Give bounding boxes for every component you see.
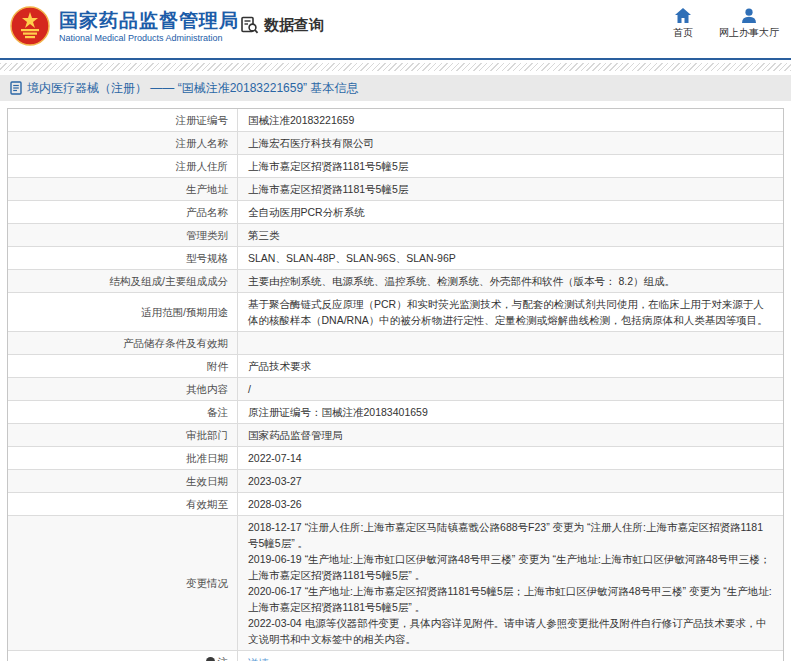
row-label-text: 注册人住所: [176, 159, 229, 174]
row-value: 基于聚合酶链式反应原理（PCR）和实时荧光监测技术，与配套的检测试剂共同使用，在…: [238, 293, 783, 331]
row-value: 全自动医用PCR分析系统: [238, 201, 783, 223]
row-label-text: 注册人名称: [176, 136, 229, 151]
site-header: 国家药品监督管理局 National Medical Products Admi…: [0, 0, 791, 58]
row-value: 原注册证编号：国械注准20183401659: [238, 401, 783, 423]
header-divider: [0, 58, 791, 60]
row-value: 国械注准20183221659: [238, 109, 783, 131]
row-label-text: 注: [218, 655, 229, 661]
row-value-text: 基于聚合酶链式反应原理（PCR）和实时荧光监测技术，与配套的检测试剂共同使用，在…: [248, 296, 773, 328]
agency-title: 国家药品监督管理局: [59, 9, 239, 32]
home-icon: [675, 8, 691, 23]
row-value-text: 国械注准20183221659: [248, 112, 354, 128]
table-row: 附件产品技术要求: [8, 355, 783, 378]
breadcrumb: 境内医疗器械（注册） —— “国械注准20183221659” 基本信息: [0, 75, 791, 101]
table-row: 备注原注册证编号：国械注准20183401659: [8, 401, 783, 424]
row-label: 有效期至: [8, 493, 238, 515]
row-label-text: 注册证编号: [176, 113, 229, 128]
row-label: 注册证编号: [8, 109, 238, 131]
row-value: 上海市嘉定区招贤路1181号5幢5层: [238, 155, 783, 177]
row-label: 产品名称: [8, 201, 238, 223]
row-value-text: /: [248, 381, 251, 397]
row-label-text: 附件: [207, 359, 228, 374]
row-value-text: 上海宏石医疗科技有限公司: [248, 135, 374, 151]
row-value: 产品技术要求: [238, 355, 783, 377]
nav-service-hall[interactable]: 网上办事大厅: [719, 8, 779, 40]
row-label-text: 生效日期: [186, 474, 228, 489]
row-value-text: 2023-03-27: [248, 473, 302, 489]
row-value: 详情: [238, 651, 783, 661]
row-label: 产品储存条件及有效期: [8, 332, 238, 354]
row-value-text: 主要由控制系统、电源系统、温控系统、检测系统、外壳部件和软件（版本号： 8.2）…: [248, 273, 675, 289]
row-value: 国家药品监督管理局: [238, 424, 783, 446]
row-label: 附件: [8, 355, 238, 377]
row-label-text: 产品储存条件及有效期: [123, 336, 228, 351]
row-value: 2022-07-14: [238, 447, 783, 469]
row-value: 2023-03-27: [238, 470, 783, 492]
row-value-text: 上海市嘉定区招贤路1181号5幢5层: [248, 181, 408, 197]
row-label: 注册人住所: [8, 155, 238, 177]
row-value: /: [238, 378, 783, 400]
row-label: 变更情况: [8, 516, 238, 650]
table-row: 生效日期2023-03-27: [8, 470, 783, 493]
row-value: SLAN、SLAN-48P、SLAN-96S、SLAN-96P: [238, 247, 783, 269]
table-row: 有效期至2028-03-26: [8, 493, 783, 516]
table-row: 产品储存条件及有效期: [8, 332, 783, 355]
nav-home[interactable]: 首页: [673, 8, 693, 40]
row-label-text: 适用范围/预期用途: [141, 305, 228, 320]
row-label-text: 型号规格: [186, 251, 228, 266]
brand: 国家药品监督管理局 National Medical Products Admi…: [10, 6, 239, 46]
document-icon: [10, 81, 22, 95]
data-query-icon: [240, 16, 259, 35]
row-label: 生产地址: [8, 178, 238, 200]
nav-service-hall-label: 网上办事大厅: [719, 26, 779, 40]
row-label: 结构及组成/主要组成成分: [8, 270, 238, 292]
row-value: 上海市嘉定区招贤路1181号5幢5层: [238, 178, 783, 200]
nav-home-label: 首页: [673, 26, 693, 40]
row-value-text: SLAN、SLAN-48P、SLAN-96S、SLAN-96P: [248, 250, 456, 266]
row-value-text: 全自动医用PCR分析系统: [248, 204, 365, 220]
row-value: 2018-12-17 “注册人住所:上海市嘉定区马陆镇嘉戬公路688号F23” …: [238, 516, 783, 650]
table-row: 注册证编号国械注准20183221659: [8, 109, 783, 132]
table-row: 管理类别第三类: [8, 224, 783, 247]
row-label: 批准日期: [8, 447, 238, 469]
row-value-text: 上海市嘉定区招贤路1181号5幢5层: [248, 158, 408, 174]
row-label-text: 备注: [207, 405, 228, 420]
nmpa-emblem-logo: [10, 6, 50, 46]
row-label: 适用范围/预期用途: [8, 293, 238, 331]
row-label-text: 变更情况: [186, 576, 228, 591]
row-value: 主要由控制系统、电源系统、温控系统、检测系统、外壳部件和软件（版本号： 8.2）…: [238, 270, 783, 292]
row-label-text: 其他内容: [186, 382, 228, 397]
row-value: 2028-03-26: [238, 493, 783, 515]
user-icon: [741, 8, 757, 23]
breadcrumb-text: 境内医疗器械（注册） —— “国械注准20183221659” 基本信息: [27, 80, 358, 97]
row-value-text: 2028-03-26: [248, 496, 302, 512]
row-label-text: 有效期至: [186, 497, 228, 512]
table-row: 产品名称全自动医用PCR分析系统: [8, 201, 783, 224]
table-row: 批准日期2022-07-14: [8, 447, 783, 470]
table-row: 变更情况2018-12-17 “注册人住所:上海市嘉定区马陆镇嘉戬公路688号F…: [8, 516, 783, 651]
row-value-text: 第三类: [248, 227, 280, 243]
row-value-text: 2022-07-14: [248, 450, 302, 466]
row-value-text: 2018-12-17 “注册人住所:上海市嘉定区马陆镇嘉戬公路688号F23” …: [248, 519, 773, 647]
row-label-text: 批准日期: [186, 451, 228, 466]
row-label-text: 产品名称: [186, 205, 228, 220]
row-label: 其他内容: [8, 378, 238, 400]
detail-link[interactable]: 详情: [248, 655, 269, 661]
table-row: 生产地址上海市嘉定区招贤路1181号5幢5层: [8, 178, 783, 201]
table-row: 注详情: [8, 651, 783, 661]
table-row: 型号规格SLAN、SLAN-48P、SLAN-96S、SLAN-96P: [8, 247, 783, 270]
row-value: [238, 332, 783, 354]
note-icon: [206, 657, 215, 661]
row-value-text: 原注册证编号：国械注准20183401659: [248, 404, 428, 420]
data-query-section[interactable]: 数据查询: [240, 16, 324, 35]
row-label: 管理类别: [8, 224, 238, 246]
row-label: 型号规格: [8, 247, 238, 269]
table-row: 适用范围/预期用途基于聚合酶链式反应原理（PCR）和实时荧光监测技术，与配套的检…: [8, 293, 783, 332]
agency-subtitle: National Medical Products Administration: [59, 32, 239, 44]
table-row: 注册人名称上海宏石医疗科技有限公司: [8, 132, 783, 155]
table-row: 注册人住所上海市嘉定区招贤路1181号5幢5层: [8, 155, 783, 178]
row-label-text: 审批部门: [186, 428, 228, 443]
row-label: 生效日期: [8, 470, 238, 492]
top-nav: 首页 网上办事大厅: [673, 8, 779, 40]
registration-info-table: 注册证编号国械注准20183221659注册人名称上海宏石医疗科技有限公司注册人…: [7, 108, 784, 661]
